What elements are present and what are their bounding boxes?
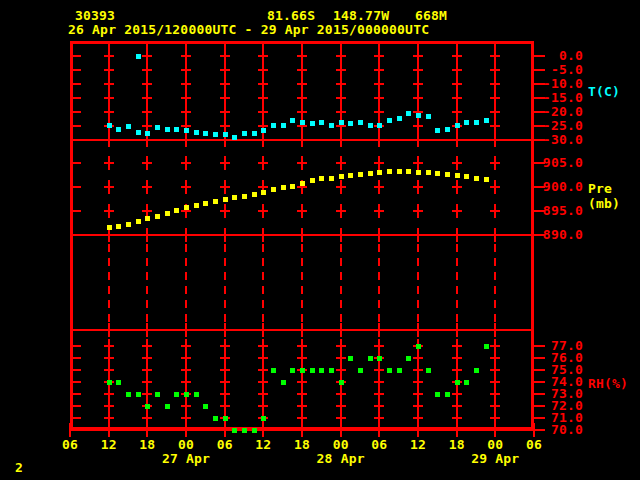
header-elevation: 668M [415,8,447,23]
grid-separator-stub [301,133,303,147]
humidity-data-point [329,368,334,373]
grid-dash-column [146,244,148,324]
x-axis-tick [224,423,226,437]
grid-cross-mark [490,91,500,105]
temperature-data-point [184,128,189,133]
temperature-tick-label: -15.0 [523,92,583,104]
x-tick-label: 06 [364,438,394,451]
header-longitude: 148.77W [333,8,389,23]
x-axis-tick [494,423,496,437]
grid-separator-stub [494,133,496,147]
grid-cross-mark [258,91,268,105]
humidity-data-point [261,416,266,421]
x-axis-tick [417,423,419,437]
humidity-data-point [155,392,160,397]
grid-cross-mark [104,63,114,77]
temperature-data-point [300,120,305,125]
grid-cross-mark [181,105,191,119]
pressure-data-point [406,169,411,174]
temperature-data-point [281,123,286,128]
grid-cross-mark [104,204,114,218]
temperature-data-point [213,132,218,137]
pressure-data-point [194,203,199,208]
grid-cross-mark [374,105,384,119]
grid-dash-column [340,244,342,324]
header-time-range: 26 Apr 2015/120000UTC - 29 Apr 2015/0000… [68,22,429,37]
pressure-data-point [281,185,286,190]
grid-cross-mark [374,156,384,170]
humidity-data-point [455,380,460,385]
grid-separator-stub [456,228,458,242]
temperature-data-point [464,120,469,125]
frame-left-line [70,41,73,431]
temperature-data-point [426,114,431,119]
temperature-data-point [116,127,121,132]
temperature-data-point [271,123,276,128]
humidity-data-point [290,368,295,373]
grid-cross-mark [220,180,230,194]
pressure-data-point [484,177,489,182]
x-date-label: 29 Apr [463,452,527,465]
x-tick-label: 00 [326,438,356,451]
temperature-data-point [261,128,266,133]
humidity-data-point [387,368,392,373]
pressure-data-point [455,173,460,178]
pressure-data-point [397,169,402,174]
pressure-data-point [223,197,228,202]
grid-cross-mark [413,63,423,77]
grid-cross-mark [297,91,307,105]
grid-separator-stub [108,323,110,337]
grid-separator-stub [340,133,342,147]
grid-cross-mark [452,105,462,119]
temperature-data-point [474,120,479,125]
grid-separator-stub [146,323,148,337]
grid-separator-stub [262,323,264,337]
grid-dash-column [417,244,419,324]
grid-cross-mark [452,49,462,63]
grid-cross-mark [104,105,114,119]
pressure-data-point [387,169,392,174]
pressure-data-point [261,190,266,195]
header-latitude: 81.66S [267,8,315,23]
pressure-data-point [319,176,324,181]
pressure-data-point [145,216,150,221]
pressure-tick-label: 905.0 [523,157,583,169]
humidity-data-point [445,392,450,397]
x-axis-tick [378,423,380,437]
temperature-data-point [155,125,160,130]
pressure-tick-label: 900.0 [523,181,583,193]
x-axis-tick [146,423,148,437]
grid-cross-mark [220,204,230,218]
x-axis-tick [185,423,187,437]
y-axis-tick-left [73,210,81,212]
humidity-data-point [126,392,131,397]
grid-cross-mark [220,105,230,119]
grid-cross-mark [181,77,191,91]
pressure-data-point [348,173,353,178]
grid-cross-mark [258,63,268,77]
humidity-data-point [242,428,247,433]
x-date-label: 27 Apr [154,452,218,465]
grid-separator-stub [378,133,380,147]
temperature-data-point [232,135,237,140]
x-axis-tick [108,423,110,437]
temperature-tick-label: -5.0 [523,64,583,76]
humidity-data-point [223,416,228,421]
grid-separator-stub [224,228,226,242]
pressure-data-point [165,211,170,216]
grid-separator-stub [262,133,264,147]
grid-separator-stub [185,133,187,147]
humidity-data-point [213,416,218,421]
grid-dash-column [301,244,303,324]
temperature-data-point [397,116,402,121]
pressure-data-point [116,224,121,229]
grid-cross-mark [258,49,268,63]
grid-cross-mark [104,180,114,194]
humidity-data-point [319,368,324,373]
humidity-data-point [165,404,170,409]
grid-separator-stub [456,133,458,147]
grid-dash-column [262,244,264,324]
grid-cross-mark [297,49,307,63]
temperature-data-point [174,127,179,132]
humidity-data-point [145,404,150,409]
